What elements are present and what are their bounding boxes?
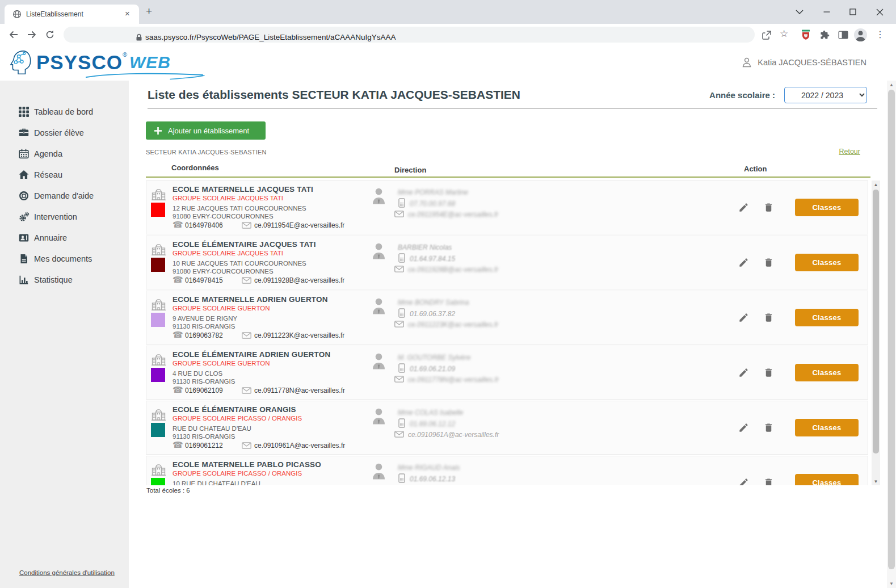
table-scrollbar[interactable]: ▲ ▼: [872, 180, 880, 485]
edit-button[interactable]: [738, 422, 749, 433]
screen: ListeEtablissement × + saas.psysco.fr/Ps…: [0, 0, 896, 588]
tab-title: ListeEtablissement: [26, 10, 83, 18]
scroll-up-icon[interactable]: ▲: [887, 81, 896, 89]
director-name: Mme PORRAS Martine: [398, 188, 468, 196]
browser-tab[interactable]: ListeEtablissement ×: [5, 5, 139, 24]
mobile-icon: [398, 198, 405, 208]
school-group: GROUPE SCOLAIRE PICASSO / ORANGIS: [173, 415, 302, 422]
new-tab-button[interactable]: +: [146, 5, 152, 18]
sidebar-item-label: Intervention: [34, 212, 77, 221]
envelope-icon: [394, 211, 404, 217]
classes-button[interactable]: Classes: [795, 474, 859, 485]
tab-close-icon[interactable]: ×: [125, 9, 130, 18]
sidebar-item-demande-d-aide[interactable]: Demande d'aide: [0, 185, 129, 206]
main-content: Liste des établissements SECTEUR KATIA J…: [129, 81, 896, 588]
classes-button[interactable]: Classes: [795, 199, 859, 216]
add-establishment-button[interactable]: Ajouter un établissement: [146, 121, 266, 140]
sidebar-item-reseau[interactable]: Réseau: [0, 164, 129, 185]
sidebar-item-annuaire[interactable]: Annuaire: [0, 227, 129, 248]
director-email: ce.0911223K@ac-versailles.fr: [408, 321, 498, 329]
terms-link[interactable]: Conditions générales d'utilisation: [19, 569, 115, 576]
lifering-icon: [19, 191, 30, 201]
delete-button[interactable]: [763, 312, 774, 323]
school-address-line1: 10 RUE JACQUES TATI COURCOURONNES: [173, 260, 306, 267]
classes-button[interactable]: Classes: [795, 309, 859, 326]
back-link[interactable]: Retour: [839, 148, 860, 156]
edit-button[interactable]: [738, 202, 749, 213]
edit-button[interactable]: [738, 312, 749, 323]
envelope-icon: [242, 277, 251, 284]
school-color-swatch: [151, 423, 165, 437]
page-scrollbar-thumb[interactable]: [888, 90, 895, 569]
sidebar-item-agenda[interactable]: Agenda: [0, 143, 129, 164]
sidebar-item-statistique[interactable]: Statistique: [0, 269, 129, 290]
delete-button[interactable]: [763, 257, 774, 268]
classes-button[interactable]: Classes: [795, 364, 859, 381]
browser-menu-kebab-icon[interactable]: ⋮: [876, 29, 885, 40]
person-icon: [372, 298, 385, 314]
director-name: M. GOUTORBE Sylvère: [398, 354, 470, 362]
envelope-icon: [394, 376, 404, 383]
adblock-shield-icon[interactable]: [801, 30, 810, 40]
director-phone: 01.69.06.37.82: [410, 310, 455, 318]
school-name: ECOLE ÉLÉMENTAIRE ADRIEN GUERTON: [173, 350, 330, 359]
grid-icon: [19, 107, 30, 117]
window-minimize-button[interactable]: [819, 5, 834, 19]
window-close-button[interactable]: [872, 5, 887, 19]
scroll-down-icon[interactable]: ▼: [872, 477, 880, 485]
delete-button[interactable]: [763, 202, 774, 213]
edit-button[interactable]: [738, 477, 749, 485]
delete-button[interactable]: [763, 367, 774, 378]
school-email: ce.0911778N@ac-versailles.fr: [254, 387, 345, 394]
edit-button[interactable]: [738, 367, 749, 378]
director-phone: 01.69.06.12.12: [410, 420, 455, 428]
school-email: ce.0910961A@ac-versailles.fr: [254, 442, 345, 450]
browser-profile-avatar[interactable]: [853, 28, 868, 42]
person-icon: [372, 188, 385, 204]
sidebar-item-intervention[interactable]: Intervention: [0, 206, 129, 227]
edit-button[interactable]: [738, 257, 749, 268]
sidebar-item-label: Annuaire: [34, 233, 67, 242]
url-text[interactable]: saas.psysco.fr/PsyscoWeb/PAGE_ListeEtabl…: [145, 33, 396, 41]
school-address-line1: RUE DU CHATEAU D'EAU: [173, 425, 251, 432]
scroll-up-icon[interactable]: ▲: [872, 180, 880, 188]
window-maximize-button[interactable]: [845, 5, 860, 19]
home-icon: [19, 170, 30, 180]
forward-icon[interactable]: [26, 29, 37, 40]
table-scrollbar-thumb[interactable]: [873, 190, 879, 453]
classes-button[interactable]: Classes: [795, 254, 859, 271]
school-name: ECOLE MATERNELLE JACQUES TATI: [173, 185, 313, 194]
user-menu[interactable]: Katia JACQUES-SÉBASTIEN: [741, 57, 866, 68]
title-divider: [148, 108, 877, 108]
share-icon[interactable]: [762, 30, 772, 40]
delete-button[interactable]: [763, 477, 774, 485]
sidebar-item-tableau-de-bord[interactable]: Tableau de bord: [0, 101, 129, 122]
person-icon: [372, 243, 385, 259]
sidebar-item-label: Tableau de bord: [34, 107, 93, 116]
director-name: Mme COLAS Isabelle: [398, 409, 463, 417]
building-icon: [151, 297, 166, 311]
table-row: ECOLE MATERNELLE JACQUES TATIGROUPE SCOL…: [146, 180, 868, 234]
sidebar-item-label: Demande d'aide: [34, 191, 94, 200]
bookmark-star-icon[interactable]: ☆: [780, 28, 788, 40]
page-scrollbar[interactable]: ▲ ▼: [887, 81, 896, 588]
sidebar-item-mes-documents[interactable]: Mes documents: [0, 248, 129, 269]
classes-button[interactable]: Classes: [795, 419, 859, 436]
table-row: ECOLE ÉLÉMENTAIRE JACQUES TATIGROUPE SCO…: [146, 236, 868, 289]
contacts-icon: [19, 233, 30, 243]
reload-icon[interactable]: [45, 30, 55, 40]
school-year-select[interactable]: 2022 / 2023: [784, 87, 867, 103]
school-address-line2: 91130 RIS-ORANGIS: [173, 433, 235, 440]
address-bar[interactable]: saas.psysco.fr/PsyscoWeb/PAGE_ListeEtabl…: [64, 27, 755, 43]
extensions-puzzle-icon[interactable]: [820, 30, 830, 40]
back-icon[interactable]: [8, 29, 19, 40]
delete-button[interactable]: [763, 422, 774, 433]
sidebar-item-dossier-eleve[interactable]: Dossier élève: [0, 122, 129, 143]
scroll-down-icon[interactable]: ▼: [887, 579, 896, 588]
window-menu-chevron-icon[interactable]: [792, 5, 807, 19]
side-panel-icon[interactable]: [838, 31, 848, 39]
sidebar-item-label: Agenda: [34, 149, 62, 158]
gears-icon: [19, 212, 30, 222]
browser-tab-strip: ListeEtablissement × +: [0, 0, 896, 24]
school-phone: 0169062109: [185, 387, 223, 394]
